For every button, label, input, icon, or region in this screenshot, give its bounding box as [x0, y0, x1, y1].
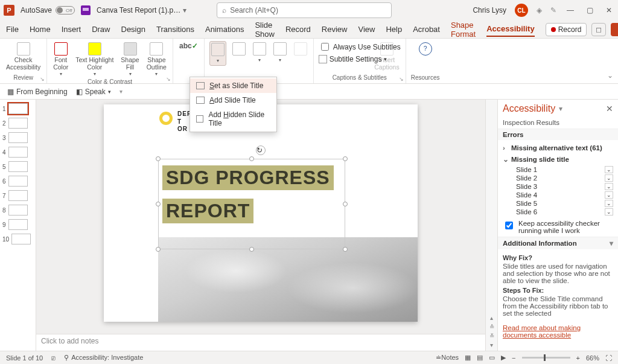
user-avatar[interactable]: CL: [515, 4, 528, 17]
thumb-7[interactable]: 7: [2, 190, 33, 201]
resize-handle[interactable]: [249, 156, 254, 161]
font-color-button[interactable]: Font Color: [52, 41, 69, 78]
thumb-5[interactable]: 5: [2, 161, 33, 172]
error-missing-title[interactable]: ⌄Missing slide title: [503, 153, 613, 165]
autosave-control[interactable]: AutoSave Off: [21, 6, 75, 14]
from-beginning-button[interactable]: ▦From Beginning: [7, 88, 68, 96]
zoom-in-button[interactable]: +: [576, 354, 580, 362]
pen-icon[interactable]: ✎: [550, 6, 556, 14]
zoom-slider[interactable]: [522, 357, 570, 359]
zoom-level[interactable]: 66%: [586, 354, 599, 362]
selected-text-box[interactable]: SDG PROGRESS REPORT: [158, 159, 345, 249]
notes-placeholder[interactable]: Click to add notes: [36, 334, 485, 351]
missing-title-slide-item[interactable]: Slide 3⌄: [516, 182, 613, 191]
resize-handle[interactable]: [249, 247, 254, 252]
view-sorter-icon[interactable]: ▤: [477, 354, 483, 362]
pane-options-icon[interactable]: ▾: [559, 104, 562, 113]
notes-toggle[interactable]: ≐Notes: [436, 354, 459, 362]
comments-icon[interactable]: ◻: [591, 23, 606, 36]
record-button[interactable]: Record: [546, 23, 587, 36]
slide-title-button[interactable]: [209, 41, 226, 66]
spelling-button[interactable]: abc✓: [178, 41, 199, 53]
tab-help[interactable]: Help: [386, 22, 402, 36]
shape-fill-button[interactable]: Shape Fill: [119, 41, 140, 78]
missing-title-slide-item[interactable]: Slide 6⌄: [516, 208, 613, 216]
thumb-2[interactable]: 2: [2, 118, 33, 129]
resize-handle[interactable]: [156, 156, 161, 161]
slide-canvas[interactable]: DEPARTMEN T OR AGENCY ↻ SDG PROGRESS REP…: [104, 104, 418, 322]
alt-text-button[interactable]: [252, 41, 267, 65]
thumb-1[interactable]: 1: [2, 103, 33, 114]
close-pane-button[interactable]: ✕: [606, 104, 613, 113]
next-slide-icon[interactable]: ≚: [489, 333, 494, 339]
document-name[interactable]: Canva Test Report (1).p…▾: [97, 6, 186, 14]
close-button[interactable]: ✕: [604, 6, 614, 14]
tab-slideshow[interactable]: Slide Show: [255, 18, 275, 41]
a11y-help-button[interactable]: ?: [418, 41, 433, 58]
missing-title-slide-item[interactable]: Slide 1⌄: [516, 165, 613, 174]
resize-handle[interactable]: [343, 156, 348, 161]
tab-design[interactable]: Design: [121, 22, 145, 36]
diamond-icon[interactable]: ◈: [537, 6, 542, 14]
view-reading-icon[interactable]: ▭: [489, 354, 495, 362]
thumb-4[interactable]: 4: [2, 147, 33, 158]
menu-set-as-slide-title[interactable]: Set as Slide Title: [190, 78, 276, 93]
tab-home[interactable]: Home: [30, 22, 51, 36]
read-more-link[interactable]: Read more about making documents accessi…: [503, 324, 581, 339]
shape-outline-button[interactable]: Shape Outline: [145, 41, 168, 78]
resize-handle[interactable]: [343, 247, 348, 252]
maximize-button[interactable]: ▢: [584, 6, 595, 14]
scroll-down-icon[interactable]: ▾: [490, 342, 493, 348]
thumb-8[interactable]: 8: [2, 205, 33, 216]
tab-review[interactable]: Review: [322, 22, 348, 36]
thumb-9[interactable]: 9: [2, 219, 33, 230]
check-accessibility-button[interactable]: Check Accessibility: [5, 41, 42, 72]
reading-order-button[interactable]: [231, 41, 247, 58]
autosave-toggle-icon[interactable]: Off: [56, 6, 75, 14]
slide-scrollbar[interactable]: ▴ ≙ ≚ ▾: [485, 100, 497, 351]
scroll-up-icon[interactable]: ▴: [490, 315, 493, 321]
prev-slide-icon[interactable]: ≙: [489, 324, 494, 330]
tab-draw[interactable]: Draw: [92, 22, 110, 36]
resize-handle[interactable]: [343, 202, 348, 206]
thumb-6[interactable]: 6: [2, 176, 33, 187]
inspection-results-label: Inspection Results: [498, 118, 618, 129]
share-button[interactable]: ⇪Share: [611, 23, 618, 36]
thumb-10[interactable]: 10: [2, 234, 33, 244]
keep-checker-running[interactable]: Keep accessibility checker running while…: [498, 217, 618, 237]
tab-view[interactable]: View: [358, 22, 375, 36]
search-input[interactable]: ⌕ Search (Alt+Q): [217, 2, 392, 18]
missing-title-slide-item[interactable]: Slide 4⌄: [516, 191, 613, 199]
tab-file[interactable]: File: [6, 22, 19, 36]
tab-shape-format[interactable]: Shape Format: [451, 18, 476, 41]
status-lang-icon[interactable]: ⎚: [51, 354, 56, 362]
tab-record[interactable]: Record: [285, 22, 311, 36]
thumb-3[interactable]: 3: [2, 132, 33, 143]
group-button[interactable]: [272, 41, 288, 65]
zoom-out-button[interactable]: −: [512, 354, 515, 362]
tab-accessibility[interactable]: Accessibility: [486, 22, 535, 37]
tab-acrobat[interactable]: Acrobat: [413, 22, 440, 36]
subtitle-settings-icon: [319, 55, 327, 63]
fit-window-icon[interactable]: ⛶: [605, 354, 612, 362]
resize-handle[interactable]: [156, 247, 161, 252]
tab-animations[interactable]: Animations: [205, 22, 244, 36]
save-icon[interactable]: [81, 5, 91, 15]
highlight-color-button[interactable]: Text Highlight Color: [74, 41, 115, 78]
view-normal-icon[interactable]: ▦: [465, 354, 471, 362]
view-slideshow-icon[interactable]: ▶: [501, 354, 506, 362]
menu-add-slide-title[interactable]: Add Slide Title: [190, 93, 276, 107]
rotate-handle-icon[interactable]: ↻: [256, 145, 266, 155]
error-missing-alt[interactable]: ›Missing alternative text (61): [503, 142, 613, 153]
menu-add-hidden-slide-title[interactable]: Add Hidden Slide Title: [190, 107, 276, 130]
missing-title-slide-item[interactable]: Slide 5⌄: [516, 199, 613, 208]
resize-handle[interactable]: [156, 202, 161, 206]
missing-title-slide-item[interactable]: Slide 2⌄: [516, 174, 613, 182]
minimize-button[interactable]: —: [565, 6, 576, 14]
tab-transitions[interactable]: Transitions: [156, 22, 194, 36]
speak-button[interactable]: ◧Speak▾: [76, 88, 111, 96]
slide-thumbnails[interactable]: 1 2 3 4 5 6 7 8 9 10: [0, 100, 36, 351]
status-a11y[interactable]: ⚲Accessibility: Investigate: [64, 354, 143, 362]
tab-insert[interactable]: Insert: [62, 22, 81, 36]
collapse-ribbon-icon[interactable]: ⌄: [607, 71, 613, 80]
